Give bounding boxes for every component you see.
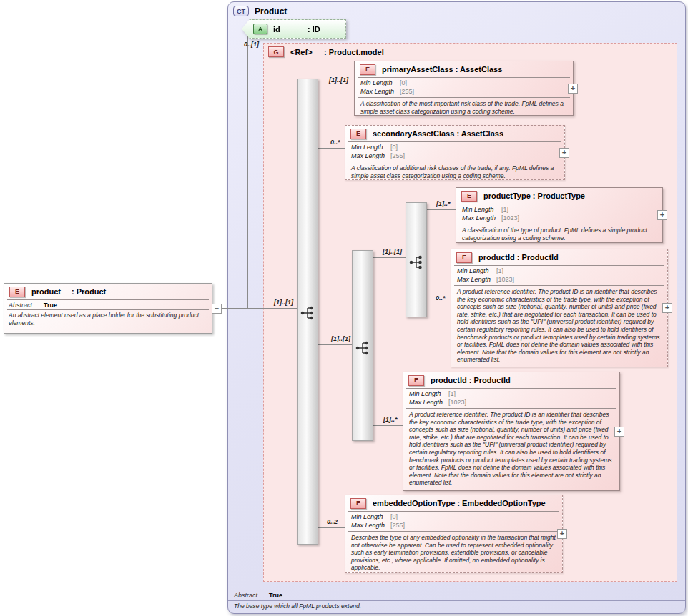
max-length-label: Max Length bbox=[409, 399, 448, 407]
abstract-label: Abstract bbox=[9, 302, 32, 309]
min-length-value: [0] bbox=[390, 144, 398, 152]
max-length-value: [255] bbox=[400, 88, 414, 96]
attribute-name: id bbox=[273, 25, 308, 34]
cardinality-label-inner-sequence: [1]..[1] bbox=[331, 335, 350, 342]
element-description: A classification of the type of product.… bbox=[456, 224, 662, 244]
element-title: primaryAssetClass : AssetClass bbox=[382, 65, 502, 74]
element-description: A classification of the most important r… bbox=[355, 98, 573, 117]
min-length-value: [1] bbox=[496, 267, 503, 276]
sequence-icon bbox=[300, 304, 317, 324]
connector-line bbox=[318, 148, 345, 149]
root-element-name: product bbox=[31, 287, 61, 296]
min-length-value: [0] bbox=[390, 513, 398, 522]
group-header: G <Ref> : Product.model bbox=[268, 46, 384, 57]
root-element-header: E product : Product bbox=[4, 284, 212, 299]
root-element-type: : Product bbox=[72, 287, 106, 296]
max-length-label: Max Length bbox=[462, 214, 501, 223]
cardinality-label-id: 0..[1] bbox=[244, 41, 259, 48]
connector-line bbox=[318, 86, 354, 86]
max-length-value: [255] bbox=[390, 152, 405, 161]
min-length-label: Min Length bbox=[409, 390, 448, 399]
group-icon: G bbox=[268, 46, 284, 57]
element-box-productId[interactable]: EproductId : ProductId Min Length[1] Max… bbox=[403, 372, 620, 491]
root-element-box[interactable]: E product : Product Abstract True An abs… bbox=[4, 283, 212, 334]
element-icon: E bbox=[408, 375, 424, 386]
abstract-value: True bbox=[44, 302, 57, 309]
max-length-label: Max Length bbox=[457, 276, 496, 284]
facets: Min Length[0] Max Length[255] bbox=[355, 78, 573, 97]
sequence-icon bbox=[355, 339, 372, 359]
cardinality-label-inner-sequence2: [1]..[1] bbox=[383, 248, 402, 255]
min-length-value: [0] bbox=[400, 79, 407, 88]
element-description: A product reference identifier. The prod… bbox=[451, 286, 667, 366]
element-title: productType : ProductType bbox=[483, 192, 585, 200]
element-box-embeddedOptionType[interactable]: EembeddedOptionType : EmbeddedOptionType… bbox=[345, 495, 563, 573]
element-title: secondaryAssetClass : AssetClass bbox=[373, 129, 503, 138]
complex-type-description: The base type which all FpML products ex… bbox=[234, 602, 361, 610]
min-length-label: Min Length bbox=[462, 206, 501, 214]
element-description: A product reference identifier. The prod… bbox=[403, 409, 619, 489]
cardinality-label-secondaryAssetClass: 0..* bbox=[330, 139, 340, 146]
abstract-row: Abstract True bbox=[234, 592, 282, 599]
sequence-bar-main bbox=[297, 79, 318, 545]
facets: Min Length[1] Max Length[1023] bbox=[456, 204, 662, 224]
min-length-label: Min Length bbox=[457, 267, 496, 276]
min-length-value: [1] bbox=[448, 390, 456, 399]
max-length-label: Max Length bbox=[351, 522, 390, 530]
element-icon: E bbox=[461, 191, 477, 202]
connector-line bbox=[318, 344, 352, 345]
group-name: <Ref> bbox=[290, 48, 324, 56]
divider bbox=[228, 590, 685, 590]
element-box-productId-optional[interactable]: EproductId : ProductId Min Length[1] Max… bbox=[451, 249, 668, 367]
connector-line bbox=[221, 308, 297, 309]
expand-icon[interactable]: + bbox=[657, 210, 667, 220]
element-box-secondaryAssetClass[interactable]: EsecondaryAssetClass : AssetClass Min Le… bbox=[345, 125, 565, 180]
min-length-label: Min Length bbox=[351, 513, 390, 522]
element-icon: E bbox=[456, 252, 472, 263]
max-length-label: Max Length bbox=[360, 88, 400, 96]
element-box-primaryAssetClass[interactable]: EprimaryAssetClass : AssetClass Min Leng… bbox=[354, 61, 574, 116]
expand-icon[interactable]: + bbox=[557, 529, 567, 539]
collapse-icon[interactable]: − bbox=[212, 304, 222, 314]
max-length-value: [255] bbox=[390, 522, 405, 530]
expand-icon[interactable]: + bbox=[568, 84, 578, 94]
min-length-label: Min Length bbox=[360, 79, 400, 88]
attribute-id-box[interactable]: A id : ID bbox=[242, 19, 346, 39]
complex-type-icon: CT bbox=[233, 6, 249, 16]
cardinality-label-productId: [1]..* bbox=[383, 416, 398, 423]
min-length-label: Min Length bbox=[351, 144, 390, 152]
max-length-value: [1023] bbox=[496, 276, 514, 284]
schema-diagram: CT Product Abstract True The base type w… bbox=[0, 0, 688, 616]
min-length-value: [1] bbox=[501, 206, 508, 214]
cardinality-label-embeddedOptionType: 0..2 bbox=[327, 518, 338, 525]
abstract-value: True bbox=[269, 592, 282, 599]
element-icon: E bbox=[350, 498, 366, 509]
max-length-label: Max Length bbox=[351, 152, 390, 161]
element-box-productType[interactable]: EproductType : ProductType Min Length[1]… bbox=[456, 187, 663, 243]
element-description: Describes the type of any embedded optio… bbox=[345, 532, 562, 574]
expand-icon[interactable]: + bbox=[614, 427, 624, 437]
cardinality-label-productType: [1]..* bbox=[436, 200, 451, 207]
element-description: A classification of additional risk clas… bbox=[345, 162, 564, 182]
divider bbox=[228, 600, 685, 601]
sequence-icon bbox=[408, 254, 426, 274]
abstract-row: Abstract True bbox=[4, 300, 212, 309]
connector-line bbox=[247, 29, 248, 308]
sequence-bar-inner bbox=[352, 250, 373, 441]
facets: Min Length[0] Max Length[255] bbox=[345, 142, 564, 162]
expand-icon[interactable]: + bbox=[662, 303, 672, 313]
connector-line bbox=[373, 257, 406, 258]
element-title: productId : ProductId bbox=[478, 253, 559, 262]
element-title: embeddedOptionType : EmbeddedOptionType bbox=[373, 499, 546, 507]
attribute-icon: A bbox=[253, 24, 267, 34]
max-length-value: [1023] bbox=[448, 399, 466, 407]
element-icon: E bbox=[9, 287, 25, 297]
element-title: productId : ProductId bbox=[431, 376, 511, 384]
group-type: : Product.model bbox=[324, 48, 384, 56]
connector-line bbox=[426, 209, 456, 210]
expand-icon[interactable]: + bbox=[559, 148, 569, 158]
attribute-type: : ID bbox=[308, 25, 320, 34]
root-element-description: An abstract element used as a place hold… bbox=[4, 310, 212, 328]
connector-line bbox=[318, 527, 345, 528]
element-icon: E bbox=[360, 64, 375, 75]
